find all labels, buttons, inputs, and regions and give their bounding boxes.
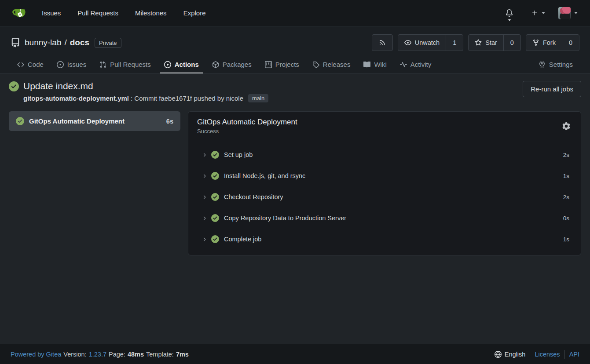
chevron-right-icon xyxy=(202,237,207,242)
panel-header: GitOps Automatic Deployment Success xyxy=(188,112,581,140)
job-duration: 6s xyxy=(166,118,173,125)
fork-label: Fork xyxy=(543,39,556,46)
licenses-link[interactable]: Licenses xyxy=(535,351,560,358)
divider xyxy=(530,350,530,359)
repo-icon xyxy=(11,38,20,47)
step-duration: 2s xyxy=(563,194,569,200)
step-row-checkout-repository[interactable]: Checkout Repository 2s xyxy=(188,186,581,207)
tab-projects[interactable]: Projects xyxy=(258,55,306,73)
fork-button[interactable]: Fork xyxy=(526,35,562,51)
branch-badge[interactable]: main xyxy=(248,94,268,102)
nav-item-pull-requests[interactable]: Pull Requests xyxy=(69,5,127,21)
package-icon xyxy=(212,61,219,68)
rerun-all-jobs-button[interactable]: Re-run all jobs xyxy=(523,81,581,97)
top-navbar: Issues Pull Requests Milestones Explore xyxy=(0,0,590,26)
tab-label: Activity xyxy=(410,61,432,68)
step-row-copy-repository-data[interactable]: Copy Repository Data to Production Serve… xyxy=(188,207,581,229)
plus-icon xyxy=(531,10,538,16)
tab-wiki[interactable]: Wiki xyxy=(357,55,393,73)
tab-settings[interactable]: Settings xyxy=(532,55,579,73)
create-new-button[interactable] xyxy=(527,6,550,20)
repo-action-buttons: Unwatch 1 Star 0 Fork 0 xyxy=(372,34,579,51)
step-row-setup-job[interactable]: Set up job 2s xyxy=(188,144,581,165)
commit-text: : Commit faebe1671f pushed by nicole xyxy=(131,95,243,102)
success-check-icon xyxy=(9,81,19,91)
repo-header: bunny-lab / docs Private Unwatch 1 xyxy=(0,26,590,74)
template-time: 7ms xyxy=(176,351,189,358)
fork-icon xyxy=(532,39,539,46)
powered-by-gitea-link[interactable]: Powered by Gitea xyxy=(11,351,61,358)
step-duration: 1s xyxy=(563,236,569,243)
gear-icon[interactable] xyxy=(561,120,572,132)
tab-label: Packages xyxy=(223,61,252,68)
chevron-right-icon xyxy=(202,152,207,158)
tab-label: Releases xyxy=(323,61,351,68)
language-selector[interactable]: English xyxy=(495,351,526,358)
footer-links: English Licenses API xyxy=(495,350,579,359)
job-list: GitOps Automatic Deployment 6s xyxy=(9,111,180,131)
job-name: GitOps Automatic Deployment xyxy=(29,117,161,125)
tab-actions[interactable]: Actions xyxy=(158,55,205,73)
step-row-install-node[interactable]: Install Node.js, git, and rsync 1s xyxy=(188,165,581,186)
run-header: Update index.md gitops-automatic-deploym… xyxy=(9,81,581,102)
tab-releases[interactable]: Releases xyxy=(306,55,357,73)
private-badge: Private xyxy=(95,38,121,48)
actions-run-page: Update index.md gitops-automatic-deploym… xyxy=(0,74,590,344)
tab-packages[interactable]: Packages xyxy=(205,55,258,73)
gitea-logo-icon[interactable] xyxy=(12,6,27,20)
version-link[interactable]: 1.23.7 xyxy=(89,351,106,358)
footer: Powered by Gitea Version: 1.23.7 Page: 4… xyxy=(0,344,590,364)
notifications-bell-icon[interactable] xyxy=(501,6,517,20)
job-item-selected[interactable]: GitOps Automatic Deployment 6s xyxy=(9,111,180,131)
issue-icon xyxy=(57,61,64,68)
tools-icon xyxy=(539,61,546,68)
star-icon xyxy=(475,39,482,46)
run-body: GitOps Automatic Deployment 6s GitOps Au… xyxy=(9,111,581,255)
run-subtitle: gitops-automatic-deployment.yml: Commit … xyxy=(23,94,268,102)
tab-code[interactable]: Code xyxy=(11,55,50,73)
stars-count[interactable]: 0 xyxy=(503,35,520,51)
chevron-right-icon xyxy=(202,173,207,179)
project-board-icon xyxy=(265,61,272,68)
nav-item-issues[interactable]: Issues xyxy=(33,5,69,21)
rss-button[interactable] xyxy=(372,34,393,51)
book-icon xyxy=(363,61,370,68)
version-label: Version: xyxy=(63,351,86,358)
nav-item-explore[interactable]: Explore xyxy=(175,5,214,21)
tab-issues[interactable]: Issues xyxy=(50,55,93,73)
unwatch-button[interactable]: Unwatch xyxy=(398,35,446,51)
step-row-complete-job[interactable]: Complete job 1s xyxy=(188,229,581,250)
job-detail-panel: GitOps Automatic Deployment Success Set … xyxy=(188,111,581,255)
bell-caret xyxy=(508,19,511,21)
pulse-icon xyxy=(400,61,407,68)
eye-icon xyxy=(404,39,411,46)
chevron-right-icon xyxy=(202,194,207,200)
tab-label: Code xyxy=(28,61,44,68)
api-link[interactable]: API xyxy=(569,351,579,358)
tab-pull-requests[interactable]: Pull Requests xyxy=(93,55,158,73)
repo-breadcrumb: bunny-lab / docs xyxy=(25,38,89,47)
success-check-icon xyxy=(211,214,219,222)
forks-count[interactable]: 0 xyxy=(562,35,579,51)
success-check-icon xyxy=(211,193,219,201)
globe-icon xyxy=(495,351,502,358)
step-name: Copy Repository Data to Production Serve… xyxy=(224,215,559,222)
repo-name-link[interactable]: docs xyxy=(70,38,89,47)
repo-title-row: bunny-lab / docs Private Unwatch 1 xyxy=(11,34,579,51)
watch-button-group: Unwatch 1 xyxy=(398,34,464,51)
pull-request-icon xyxy=(99,61,106,68)
tab-activity[interactable]: Activity xyxy=(393,55,438,73)
step-duration: 2s xyxy=(563,152,569,158)
workflow-file-link[interactable]: gitops-automatic-deployment.yml xyxy=(23,95,129,102)
watchers-count[interactable]: 1 xyxy=(446,35,463,51)
repo-owner-link[interactable]: bunny-lab xyxy=(25,38,61,47)
page-time: 48ms xyxy=(128,351,144,358)
chevron-down-icon xyxy=(574,12,578,14)
step-name: Set up job xyxy=(224,151,559,158)
step-name: Complete job xyxy=(224,236,559,243)
nav-item-milestones[interactable]: Milestones xyxy=(127,5,175,21)
play-circle-icon xyxy=(164,61,171,68)
star-button[interactable]: Star xyxy=(469,35,503,51)
user-menu[interactable] xyxy=(554,4,582,23)
avatar[interactable] xyxy=(558,7,571,19)
